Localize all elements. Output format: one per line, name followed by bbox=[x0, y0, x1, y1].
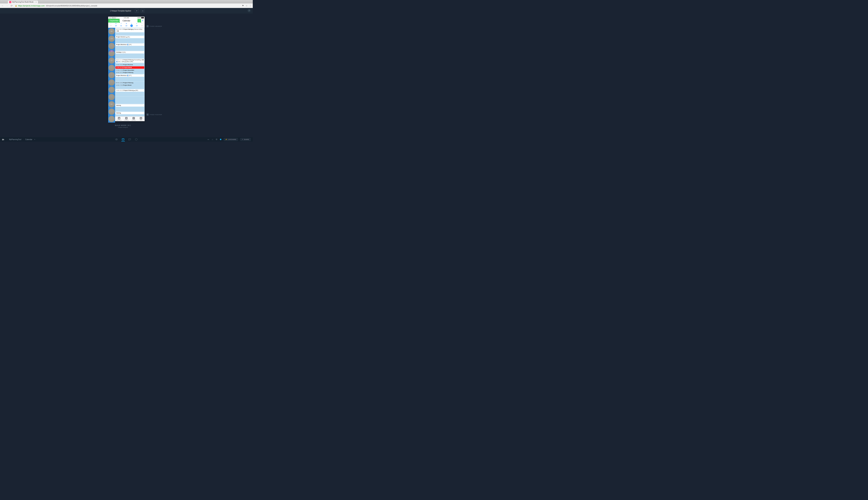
event-pill[interactable]: 15:30-16:30 Project Morat bbox=[115, 66, 144, 69]
week-day-cell[interactable]: S24 bbox=[139, 23, 145, 27]
back-button[interactable]: ← bbox=[1, 4, 4, 7]
breadcrumb-sep-icon: › bbox=[23, 139, 24, 140]
liveshare-button[interactable]: ⚡LIVESHARE bbox=[224, 138, 238, 141]
events-column: 08:15-09:15 Project Martigny Discuss bil… bbox=[115, 28, 145, 116]
hotspot-handle-icon[interactable] bbox=[119, 22, 120, 23]
day-number: 23 bbox=[130, 24, 133, 27]
help-button[interactable]: ? bbox=[248, 9, 251, 12]
avatar[interactable]: BD bbox=[108, 28, 115, 35]
day-number: 21 bbox=[120, 24, 122, 27]
event-pill[interactable]: 17:00-17:30 Project Neuchâtel bbox=[115, 69, 145, 71]
event-pill[interactable]: 18:00-19:15 Project Fribourg ▬ [BD] bbox=[115, 89, 144, 92]
calendar-row: 13:00-15:00 Project Romont15:30-16:30 Pr… bbox=[115, 64, 145, 74]
event-pill[interactable]: 08:00-12:00 Project Fribourg bbox=[115, 82, 145, 84]
search-button-hotspot[interactable]: ⌕ bbox=[137, 19, 141, 22]
calendar-body: BDLSSDJMC 08:15-09:15 Project Martigny D… bbox=[108, 28, 145, 116]
day-number: 22 bbox=[125, 24, 128, 27]
avatar[interactable]: LSS bbox=[108, 35, 115, 42]
avatar[interactable] bbox=[108, 64, 115, 71]
ios-battery-percent: 100% bbox=[137, 17, 141, 19]
event-pill[interactable]: 14:00-17:00 Project Morat bbox=[115, 84, 145, 87]
dow-label: M bbox=[113, 23, 118, 24]
share-button[interactable]: ↗SHARE bbox=[240, 138, 251, 141]
day-number: 24 bbox=[136, 24, 138, 27]
build-label-row: BUILD MODE ( B ) Create Hotspots bbox=[0, 129, 253, 137]
avatar[interactable] bbox=[108, 79, 115, 86]
share-icon: ↗ bbox=[242, 139, 243, 140]
calendar-row: 08:15-11:30 Project Fribourg Dismantling… bbox=[115, 59, 145, 64]
url-host: https://projects.invisionapp.com bbox=[18, 5, 45, 7]
breadcrumb-project[interactable]: MyPlanningTool bbox=[9, 138, 21, 140]
share-network-icon[interactable]: ⫘ bbox=[207, 138, 209, 141]
chrome-settings-icon[interactable]: ⚑ bbox=[242, 4, 244, 7]
tab-label: Resources bbox=[117, 120, 122, 121]
week-day-cell[interactable]: F24 bbox=[134, 23, 139, 27]
week-day-cell[interactable]: W22 bbox=[124, 23, 129, 27]
hotspot-handle-icon[interactable] bbox=[140, 22, 141, 23]
calendar-row: 08:15-09:15 Project Martigny Discuss bil… bbox=[115, 28, 145, 35]
build-mode-button[interactable] bbox=[121, 137, 125, 141]
gear-icon[interactable]: ⚙ bbox=[216, 138, 218, 141]
ios-status-bar: ••••• Sketch ⌃ 9:41 AM 100% bbox=[108, 17, 145, 19]
avatar[interactable] bbox=[108, 42, 115, 50]
week-day-cell[interactable]: T21 bbox=[118, 23, 124, 27]
event-pill[interactable]: training bbox=[115, 112, 144, 114]
reload-button[interactable]: ⟳ bbox=[10, 4, 13, 7]
week-day-header: S19M20T21W22T23F24S24 bbox=[108, 23, 145, 28]
browser-tab[interactable]: In MyPlanningTool Build Mode - × bbox=[8, 0, 38, 3]
avatar[interactable] bbox=[108, 115, 115, 123]
home-icon[interactable]: ⌂ bbox=[212, 138, 213, 141]
share-label: SHARE bbox=[244, 139, 249, 140]
hamburger-icon: ≡ bbox=[147, 25, 149, 27]
event-pill[interactable]: Holidays ◔ [SL] bbox=[115, 51, 144, 54]
address-bar[interactable]: 🔒 https://projects.invisionapp.com/d/mai… bbox=[15, 5, 240, 7]
calendar-row: training bbox=[115, 104, 145, 112]
add-button[interactable]: + bbox=[142, 19, 144, 23]
week-day-cell[interactable]: M20 bbox=[113, 23, 118, 27]
avatar[interactable] bbox=[108, 50, 115, 57]
dow-label: S bbox=[139, 23, 145, 24]
invision-logo-icon[interactable]: in bbox=[2, 138, 4, 141]
inspect-mode-button[interactable] bbox=[135, 137, 138, 141]
ios-carrier: ••••• Sketch ⌃ bbox=[109, 17, 117, 19]
preview-mode-button[interactable] bbox=[115, 137, 118, 141]
close-tab-icon[interactable]: × bbox=[36, 1, 37, 3]
invision-topbar: 1 Hotspot Template Applied ▾ ◷ ? bbox=[0, 8, 253, 13]
avatar[interactable] bbox=[108, 93, 115, 101]
event-pill[interactable]: 18:00-19:15 Project Fribourg bbox=[115, 71, 145, 74]
avatar[interactable]: MC bbox=[108, 101, 115, 108]
event-pill[interactable]: Project Montreux 👤 [VF] bbox=[115, 43, 144, 46]
event-pill[interactable]: training bbox=[115, 104, 144, 106]
chrome-star-icon[interactable]: ☆ bbox=[245, 4, 248, 7]
dow-label: W bbox=[124, 23, 129, 24]
chrome-menu-icon[interactable]: ⋮ bbox=[249, 4, 251, 7]
event-pill[interactable]: 08:15-09:15 Project Martigny Discuss bil… bbox=[115, 28, 144, 32]
event-pill[interactable]: Project Genève ▬ [SL] bbox=[115, 36, 144, 38]
week-day-cell[interactable]: T23 bbox=[129, 23, 134, 27]
fixed-footer-marker[interactable]: ≡ FIXED FOOTER bbox=[147, 114, 162, 116]
forward-button[interactable]: → bbox=[6, 4, 8, 7]
status-dot-icon[interactable] bbox=[220, 139, 221, 140]
hotspot-timer-button[interactable]: ◷ bbox=[141, 9, 145, 13]
invision-favicon: In bbox=[9, 1, 11, 3]
event-pill[interactable]: 13:00-15:00 Project Romont bbox=[115, 64, 145, 66]
svg-rect-0 bbox=[122, 138, 124, 140]
fixed-header-marker[interactable]: ≡ FIXED HEADER bbox=[147, 25, 162, 27]
tab-label: Activities bbox=[132, 120, 136, 121]
calendar-row bbox=[115, 96, 145, 104]
ios-time: 9:41 AM bbox=[124, 17, 129, 19]
chevron-down-icon[interactable]: ▾ bbox=[34, 139, 35, 140]
week-day-cell[interactable]: S19 bbox=[108, 23, 113, 27]
avatar[interactable]: DJ bbox=[108, 57, 115, 64]
event-pill[interactable]: Project Montreux 👤 [PT] bbox=[115, 74, 144, 77]
avatar[interactable] bbox=[108, 71, 115, 79]
breadcrumb-screen[interactable]: Calendar bbox=[25, 138, 33, 140]
event-pill[interactable]: 08:15-11:30 Project Fribourg Dismantling… bbox=[115, 59, 144, 63]
avatar-column: BDLSSDJMC bbox=[108, 28, 115, 116]
back-button-hotspot[interactable]: ‹ September bbox=[108, 19, 119, 23]
comment-mode-button[interactable] bbox=[128, 137, 132, 141]
avatar[interactable] bbox=[108, 108, 115, 115]
ios-battery: 100% bbox=[137, 17, 144, 19]
hotspot-dropdown-button[interactable]: ▾ bbox=[135, 9, 139, 13]
avatar[interactable] bbox=[108, 86, 115, 93]
